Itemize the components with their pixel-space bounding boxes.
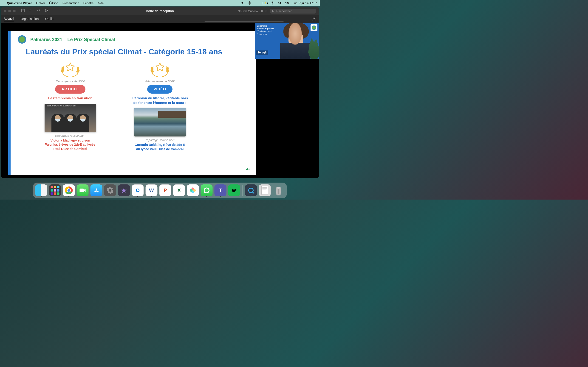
battery-icon[interactable]: ⚡ <box>262 2 267 4</box>
article-pill: ARTICLE <box>55 85 86 94</box>
report-credit: Corentin Deldalle, élève de 2de E du lyc… <box>135 143 185 151</box>
reward-text: Récompense de 500€ <box>56 80 85 83</box>
dock-teams[interactable]: T <box>215 184 226 196</box>
app-name[interactable]: QuickTime Player <box>7 1 32 5</box>
report-label: Reportage réalisé par : <box>145 138 175 142</box>
tool-icon[interactable] <box>255 1 259 5</box>
award-title: L'érosion du littoral, véritable bras de… <box>130 96 190 105</box>
menu-edition[interactable]: Édition <box>49 1 58 5</box>
svg-point-27 <box>190 189 193 192</box>
slide: Palmarès 2021 – Le Prix Spécial Climat L… <box>8 31 256 175</box>
svg-point-6 <box>287 2 288 3</box>
app-window: Boîte de réception Nouvel Outlook Recher… <box>1 7 319 178</box>
titlebar: Boîte de réception Nouvel Outlook Recher… <box>1 7 319 15</box>
datetime[interactable]: Lun. 7 juin à 17:37 <box>292 1 317 5</box>
menu-fenetre[interactable]: Fenêtre <box>83 1 94 5</box>
tab-outils[interactable]: Outils <box>45 17 53 21</box>
video-logo-icon <box>311 24 317 31</box>
laurel-icon <box>60 61 81 78</box>
search-placeholder: Rechercher <box>276 9 292 13</box>
dock-quicktime[interactable] <box>245 184 257 196</box>
status-dot-icon <box>261 10 263 12</box>
dock-outlook[interactable]: O <box>132 184 144 196</box>
search-icon <box>272 10 275 13</box>
page-number: 31 <box>246 167 250 171</box>
svg-rect-23 <box>80 189 84 192</box>
menu-fichier[interactable]: Fichier <box>36 1 45 5</box>
svg-point-35 <box>276 187 281 189</box>
dock-appstore[interactable] <box>90 184 103 196</box>
svg-point-13 <box>272 10 274 12</box>
screen-record-icon[interactable] <box>247 1 251 5</box>
svg-line-4 <box>280 3 281 4</box>
save-icon[interactable] <box>21 9 25 13</box>
svg-point-8 <box>286 3 287 4</box>
laurel-icon <box>149 61 170 78</box>
search-input[interactable]: Rechercher <box>270 9 316 14</box>
report-credit: Victoria Machepy et Lison Wronka, élèves… <box>45 138 95 151</box>
svg-rect-5 <box>285 2 287 3</box>
presentation-area: Palmarès 2021 – Le Prix Spécial Climat L… <box>1 23 319 178</box>
menu-presentation[interactable]: Présentation <box>62 1 79 5</box>
video-participant-name: Teragir <box>256 50 268 55</box>
svg-rect-9 <box>22 9 24 12</box>
report-label: Reportage réalisé par : <box>55 134 86 137</box>
dock-spotify[interactable] <box>228 184 240 196</box>
svg-rect-34 <box>262 189 266 190</box>
slide-subtitle: Palmarès 2021 – Le Prix Spécial Climat <box>30 37 115 42</box>
window-title: Boîte de réception <box>146 9 174 13</box>
video-pill: VIDÉO <box>147 85 173 94</box>
slide-title: Lauréats du Prix spécial Climat - Catégo… <box>10 44 256 60</box>
svg-line-14 <box>274 11 275 12</box>
video-overlay[interactable]: Cérémonie Jeunes Reporters l'Environneme… <box>255 23 319 59</box>
slide-logo-icon <box>18 35 26 44</box>
dock-powerpoint[interactable]: P <box>159 184 171 196</box>
svg-rect-31 <box>262 186 268 194</box>
svg-rect-11 <box>46 9 47 10</box>
dock-finder[interactable] <box>35 184 47 196</box>
award-article: Récompense de 500€ ARTICLE Le Cambrésis … <box>40 61 100 151</box>
award-photo <box>44 104 96 132</box>
reward-text: Récompense de 500€ <box>145 80 174 83</box>
dock-imovie[interactable]: ★ <box>118 184 130 196</box>
dock: ★ O W P X T <box>33 183 287 198</box>
tab-organisation[interactable]: Organisation <box>20 17 39 21</box>
dock-photos[interactable] <box>187 184 199 196</box>
dock-chrome[interactable] <box>63 184 75 196</box>
location-icon[interactable] <box>240 1 244 5</box>
control-center-icon[interactable] <box>285 1 289 5</box>
dock-launchpad[interactable] <box>49 184 61 196</box>
menu-aide[interactable]: Aide <box>98 1 104 5</box>
dock-separator <box>242 185 243 196</box>
award-video: Récompense de 500€ VIDÉO L'érosion du li… <box>130 61 190 151</box>
award-photo <box>134 108 186 136</box>
dock-document[interactable] <box>259 184 271 196</box>
dock-whatsapp[interactable] <box>201 184 213 196</box>
redo-icon[interactable] <box>37 9 40 13</box>
video-title-text: Cérémonie Jeunes Reporters l'Environneme… <box>257 25 274 35</box>
print-icon[interactable] <box>44 9 48 13</box>
help-icon[interactable]: ? <box>312 17 316 21</box>
svg-marker-1 <box>249 2 250 3</box>
dock-excel[interactable]: X <box>173 184 185 196</box>
svg-rect-33 <box>262 188 267 189</box>
wifi-icon[interactable] <box>270 1 275 5</box>
award-title: Le Cambrésis en transition <box>48 96 93 100</box>
dock-trash[interactable] <box>273 184 285 196</box>
undo-icon[interactable] <box>29 9 33 13</box>
outlook-label: Nouvel Outlook <box>238 9 258 13</box>
dock-settings[interactable] <box>104 184 116 196</box>
svg-point-3 <box>278 2 280 4</box>
spotlight-icon[interactable] <box>278 1 282 5</box>
minimize-button[interactable] <box>8 10 11 12</box>
svg-rect-32 <box>262 187 267 188</box>
tab-accueil[interactable]: Accueil <box>4 17 14 21</box>
dock-facetime[interactable] <box>77 184 89 196</box>
svg-rect-7 <box>287 3 289 4</box>
close-button[interactable] <box>4 10 6 12</box>
status-dot-outline-icon <box>266 10 267 12</box>
maximize-button[interactable] <box>13 10 16 12</box>
menubar: QuickTime Player Fichier Édition Présent… <box>0 0 320 6</box>
svg-point-2 <box>272 4 273 4</box>
dock-word[interactable]: W <box>146 184 157 196</box>
